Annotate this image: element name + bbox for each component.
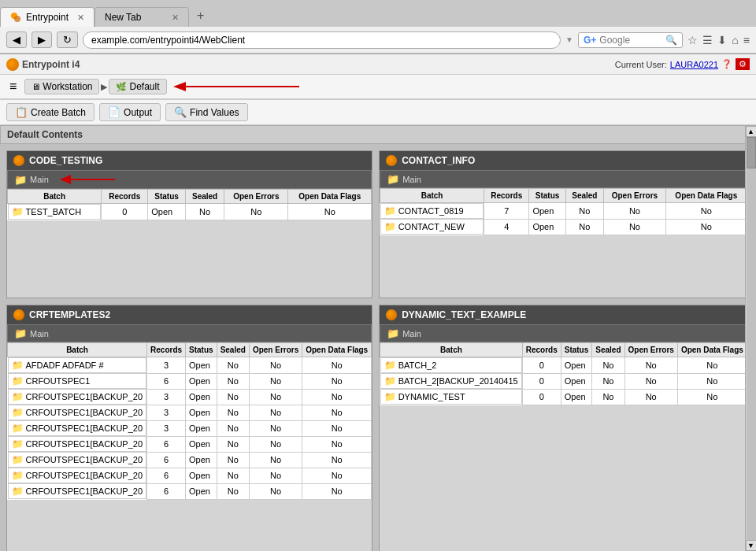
back-button[interactable]: ◀ (6, 31, 27, 48)
open-errors-cell: No (249, 357, 302, 374)
settings-icon[interactable]: ⚙ (736, 58, 750, 70)
panel-code-testing: CODE_TESTING 📁 Main Batch Records Status (6, 150, 372, 298)
create-batch-button[interactable]: 📋 Create Batch (6, 103, 94, 121)
output-button[interactable]: 📄 Output (99, 103, 161, 121)
panel-crftemplates2: CRFTEMPLATES2 📁 Main Batch Records Statu… (6, 305, 372, 551)
open-flags-cell: No (665, 203, 745, 220)
folder-icon-5: 📁 (387, 327, 399, 339)
tab-entrypoint[interactable]: Entrypoint ✕ (0, 7, 94, 27)
table-row[interactable]: 📁CRFOUTSPEC1[BACKUP_20 6 Open No No No (8, 468, 372, 483)
sealed-cell: No (217, 420, 249, 436)
table-row[interactable]: 📁CRFOUTSPEC1[BACKUP_20 6 Open No No No (8, 452, 372, 468)
records-cell: 0 (522, 389, 561, 405)
browser-toolbar-icons: ☆ ☰ ⬇ ⌂ ≡ (687, 34, 750, 46)
scroll-thumb[interactable] (747, 137, 756, 168)
forward-button[interactable]: ▶ (32, 31, 52, 48)
star-icon[interactable]: ☆ (687, 34, 698, 46)
download-icon[interactable]: ⬇ (717, 34, 727, 46)
row-folder-icon-2: 📁 (384, 205, 396, 216)
table-row[interactable]: 📁DYNAMIC_TEST 0 Open No No No (380, 389, 745, 405)
table-row[interactable]: 📁TEST_BATCH 0 Open No No No (8, 204, 372, 220)
panel-crftemplates2-header: CRFTEMPLATES2 (7, 305, 372, 324)
list-icon[interactable]: ☰ (702, 34, 713, 46)
panel-code-testing-folder: 📁 Main (7, 170, 372, 189)
workstation-icon: 🖥 (32, 82, 40, 91)
open-flags-cell: No (302, 405, 372, 420)
menu-icon[interactable]: ≡ (743, 34, 750, 46)
action-toolbar: 📋 Create Batch 📄 Output 🔍 Find Values (0, 100, 756, 125)
refresh-button[interactable]: ↻ (57, 31, 78, 48)
table-row[interactable]: 📁BATCH_2 0 Open No No No (380, 357, 745, 374)
google-icon: G+ (584, 35, 596, 46)
app-logo-icon (6, 58, 19, 71)
row-folder-icon: 📁 (12, 206, 24, 217)
user-info: Current User: LAURA0221 ❓ ⚙ (615, 58, 750, 70)
batch-cell: 📁CRFOUTSPEC1[BACKUP_20 (8, 420, 147, 436)
row-folder-icon: 📁 (12, 407, 24, 418)
sealed-cell: No (217, 452, 249, 468)
panel-dynamic-text-folder: 📁 Main (380, 324, 745, 342)
scrollbar[interactable]: ▲ ▼ (745, 126, 756, 551)
home-icon[interactable]: ⌂ (732, 34, 738, 46)
col-sealed: Sealed (185, 190, 224, 204)
status-cell: Open (186, 483, 217, 499)
table-row[interactable]: 📁CRFOUTSPEC1[BACKUP_20 3 Open No No No (8, 405, 372, 420)
open-flags-cell: No (288, 204, 372, 220)
hamburger-button[interactable]: ≡ (5, 78, 21, 95)
breadcrumb-workstation[interactable]: 🖥 Workstation (24, 79, 99, 94)
table-row[interactable]: 📁CRFOUTSPEC1[BACKUP_20 6 Open No No No (8, 483, 372, 499)
breadcrumb: 🖥 Workstation ▶ 🌿 Default (24, 79, 166, 94)
row-folder-icon: 📁 (12, 360, 24, 371)
open-flags-cell: No (677, 373, 745, 389)
breadcrumb-separator: ▶ (101, 82, 107, 92)
scroll-up-button[interactable]: ▲ (746, 126, 757, 137)
tab-entrypoint-close[interactable]: ✕ (77, 13, 84, 23)
tab-newtab[interactable]: New Tab ✕ (94, 7, 189, 27)
user-link[interactable]: LAURA0221 (670, 60, 718, 69)
tab-newtab-close[interactable]: ✕ (172, 13, 179, 23)
sealed-cell: No (217, 483, 249, 499)
panels-grid: CODE_TESTING 📁 Main Batch Records Status (0, 144, 745, 551)
table-row[interactable]: 📁CRFOUTSPEC1 6 Open No No No (8, 373, 372, 389)
search-icon[interactable]: 🔍 (665, 35, 677, 46)
status-cell: Open (561, 373, 592, 389)
table-row[interactable]: 📁CONTACT_0819 7 Open No No No (380, 203, 745, 220)
sealed-cell: No (217, 373, 249, 389)
status-cell: Open (186, 436, 217, 452)
content-area: CODE_TESTING 📁 Main Batch Records Status (0, 144, 756, 551)
url-input[interactable] (83, 31, 561, 49)
search-input[interactable] (599, 35, 662, 46)
batch-cell: 📁CRFOUTSPEC1[BACKUP_20 (8, 389, 147, 405)
panel-contact-info-header: CONTACT_INFO (380, 151, 745, 170)
sealed-cell: No (592, 357, 624, 374)
open-errors-cell: No (249, 483, 302, 499)
help-icon[interactable]: ❓ (721, 59, 732, 69)
records-cell: 4 (484, 219, 529, 235)
sealed-cell: No (592, 389, 624, 405)
open-errors-cell: No (249, 405, 302, 420)
records-cell: 6 (147, 452, 186, 468)
breadcrumb-default[interactable]: 🌿 Default (109, 79, 166, 94)
table-row[interactable]: 📁CONTACT_NEW 4 Open No No No (380, 219, 745, 235)
dynamic-text-table: Batch Records Status Sealed Open Errors … (380, 342, 745, 405)
new-tab-button[interactable]: + (189, 5, 212, 27)
svg-marker-5 (60, 175, 71, 184)
table-row[interactable]: 📁BATCH_2[BACKUP_20140415 0 Open No No No (380, 373, 745, 389)
table-row[interactable]: 📁CRFOUTSPEC1[BACKUP_20 3 Open No No No (8, 389, 372, 405)
batch-cell: 📁BATCH_2[BACKUP_20140415 (380, 373, 522, 389)
folder-icon-4: 📁 (14, 327, 27, 339)
batch-cell: 📁CRFOUTSPEC1[BACKUP_20 (8, 468, 147, 483)
batch-cell: 📁CONTACT_0819 (380, 203, 484, 219)
row-folder-icon: 📁 (12, 470, 24, 481)
open-errors-cell: No (249, 389, 302, 405)
open-flags-cell: No (302, 357, 372, 374)
table-row[interactable]: 📁CRFOUTSPEC1[BACKUP_20 6 Open No No No (8, 436, 372, 452)
scroll-down-button[interactable]: ▼ (746, 540, 757, 551)
col-batch-2: Batch (380, 189, 484, 203)
open-flags-cell: No (302, 420, 372, 436)
find-values-icon: 🔍 (174, 106, 187, 118)
find-values-button[interactable]: 🔍 Find Values (165, 103, 247, 121)
table-row[interactable]: 📁CRFOUTSPEC1[BACKUP_20 3 Open No No No (8, 420, 372, 436)
table-row[interactable]: 📁AFDADF ADFADF # 3 Open No No No (8, 357, 372, 374)
open-flags-cell: No (302, 483, 372, 499)
